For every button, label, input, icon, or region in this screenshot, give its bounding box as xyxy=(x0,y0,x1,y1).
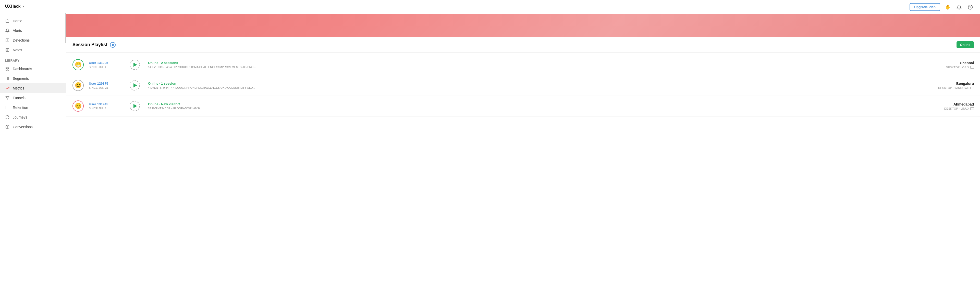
help-icon[interactable] xyxy=(967,3,974,11)
session-avatar: 😊 xyxy=(73,100,84,112)
journeys-icon xyxy=(5,115,10,120)
sidebar-item-metrics-label: Metrics xyxy=(13,86,24,90)
hand-icon[interactable]: ✋ xyxy=(944,3,951,11)
svg-rect-7 xyxy=(8,67,9,68)
sidebar-item-home[interactable]: Home xyxy=(0,16,66,26)
session-info: Online · New visitor! 24 EVENTS· 6:39 · … xyxy=(145,102,933,110)
session-device: DESKTOP · OS X xyxy=(938,66,974,69)
dashboards-icon xyxy=(5,66,10,71)
playlist-header: Session Playlist Online xyxy=(66,37,980,52)
svg-rect-8 xyxy=(6,69,7,70)
svg-marker-16 xyxy=(6,97,9,100)
metrics-icon xyxy=(5,86,10,90)
bell-icon xyxy=(5,28,10,33)
svg-point-1 xyxy=(7,40,8,41)
session-row: 😊 User 131945 SINCE JUL 4 Online · New v… xyxy=(66,96,980,117)
sidebar-item-segments-label: Segments xyxy=(13,76,29,81)
sidebar-item-journeys[interactable]: Journeys xyxy=(0,112,66,122)
funnels-icon xyxy=(5,96,10,100)
session-list: 😁 User 131905 SINCE JUL 4 Online · 2 ses… xyxy=(66,52,980,119)
sidebar-item-retention[interactable]: Retention xyxy=(0,103,66,112)
sidebar-item-funnels[interactable]: Funnels xyxy=(0,93,66,103)
session-status: Online · 2 sessions xyxy=(148,61,930,65)
segments-icon xyxy=(5,76,10,81)
session-details: 4 EVENTS· 0:44 · /PRODUCT/PHONEPE/CHALLE… xyxy=(148,86,930,89)
sidebar-header: UXHack ▾ xyxy=(0,0,66,13)
session-city: Chennai xyxy=(938,61,974,65)
session-play-button[interactable] xyxy=(130,60,140,70)
playlist-title-row: Session Playlist xyxy=(73,42,116,47)
session-play-button[interactable] xyxy=(130,80,140,90)
svg-rect-6 xyxy=(6,67,7,68)
sidebar-item-conversions[interactable]: Conversions xyxy=(0,122,66,132)
sidebar-scrollbar[interactable] xyxy=(65,13,66,43)
play-triangle-icon xyxy=(134,104,137,108)
sidebar-item-funnels-label: Funnels xyxy=(13,96,25,100)
session-status: Online · 1 session xyxy=(148,82,930,85)
sidebar-item-alerts[interactable]: Alerts xyxy=(0,26,66,35)
session-avatar: 😁 xyxy=(73,59,84,70)
session-avatar: 😊 xyxy=(73,80,84,91)
sidebar-item-metrics[interactable]: Metrics xyxy=(0,83,66,93)
session-row: 😊 User 129375 SINCE JUN 21 Online · 1 se… xyxy=(66,75,980,96)
upgrade-plan-button[interactable]: Upgrade Plan xyxy=(910,3,940,11)
playlist-title: Session Playlist xyxy=(73,42,107,47)
monitor-icon xyxy=(970,107,974,110)
session-since: SINCE JUL 4 xyxy=(89,65,124,68)
session-device: DESKTOP · WINDOWS xyxy=(938,86,974,89)
session-status: Online · New visitor! xyxy=(148,102,930,106)
brand-name: UXHack xyxy=(5,4,21,9)
notes-icon xyxy=(5,47,10,52)
topbar: Upgrade Plan ✋ xyxy=(66,0,980,14)
session-location: Bengaluru DESKTOP · WINDOWS xyxy=(938,82,974,89)
main-content: Upgrade Plan ✋ Session Playlist Online 😁… xyxy=(66,0,980,299)
sidebar-item-journeys-label: Journeys xyxy=(13,115,27,119)
sidebar: UXHack ▾ Home Alerts Detections xyxy=(0,0,66,299)
session-city: Bengaluru xyxy=(938,82,974,85)
monitor-icon xyxy=(970,66,974,68)
svg-rect-9 xyxy=(8,69,9,70)
session-row: 😁 User 131905 SINCE JUL 4 Online · 2 ses… xyxy=(66,55,980,75)
sidebar-item-conversions-label: Conversions xyxy=(13,125,33,129)
sidebar-item-notes-label: Notes xyxy=(13,48,22,52)
brand-chevron-icon: ▾ xyxy=(22,5,24,8)
session-since: SINCE JUN 21 xyxy=(89,86,124,89)
sidebar-item-detections[interactable]: Detections xyxy=(0,35,66,45)
session-since: SINCE JUL 4 xyxy=(89,107,124,110)
sidebar-nav: Home Alerts Detections Notes Library xyxy=(0,13,66,299)
session-user-info: User 129375 SINCE JUN 21 xyxy=(89,82,124,89)
sidebar-item-notes[interactable]: Notes xyxy=(0,45,66,55)
home-icon xyxy=(5,19,10,23)
session-area: Session Playlist Online 😁 User 131905 SI… xyxy=(66,37,980,299)
conversions-icon xyxy=(5,125,10,129)
sidebar-item-home-label: Home xyxy=(13,19,22,23)
session-user-link[interactable]: User 131905 xyxy=(89,61,124,65)
sidebar-item-detections-label: Detections xyxy=(13,38,30,42)
session-city: Ahmedabad xyxy=(938,102,974,106)
play-triangle-icon xyxy=(134,83,137,87)
sidebar-item-retention-label: Retention xyxy=(13,106,28,109)
session-info: Online · 2 sessions 14 EVENTS· 34:24 · /… xyxy=(145,61,933,68)
session-user-info: User 131905 SINCE JUL 4 xyxy=(89,61,124,68)
session-location: Ahmedabad DESKTOP · LINUX xyxy=(938,102,974,110)
svg-rect-17 xyxy=(6,106,9,109)
top-banner xyxy=(66,14,980,37)
session-play-button[interactable] xyxy=(130,101,140,111)
session-device: DESKTOP · LINUX xyxy=(938,107,974,110)
retention-icon xyxy=(5,105,10,110)
sidebar-item-dashboards[interactable]: Dashboards xyxy=(0,64,66,74)
online-badge: Online xyxy=(956,41,974,48)
sidebar-item-segments[interactable]: Segments xyxy=(0,74,66,83)
detections-icon xyxy=(5,38,10,43)
session-info: Online · 1 session 4 EVENTS· 0:44 · /PRO… xyxy=(145,82,933,89)
monitor-icon xyxy=(970,87,974,89)
session-location: Chennai DESKTOP · OS X xyxy=(938,61,974,69)
session-user-info: User 131945 SINCE JUL 4 xyxy=(89,102,124,110)
session-user-link[interactable]: User 131945 xyxy=(89,102,124,106)
notifications-icon[interactable] xyxy=(956,3,963,11)
sidebar-item-dashboards-label: Dashboards xyxy=(13,67,32,71)
session-user-link[interactable]: User 129375 xyxy=(89,82,124,85)
library-section-label: Library xyxy=(0,55,66,64)
playlist-status-indicator xyxy=(110,42,116,47)
sidebar-item-alerts-label: Alerts xyxy=(13,28,22,33)
